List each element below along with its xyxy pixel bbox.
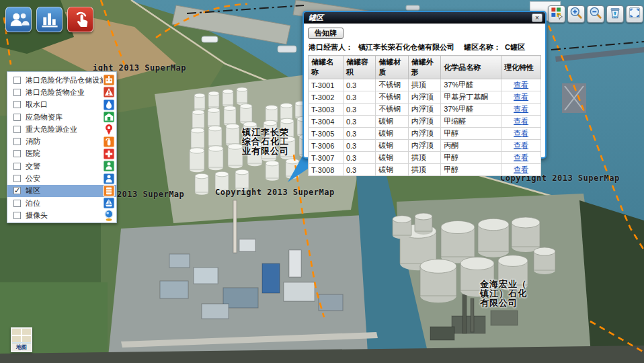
company-label: 金海宏业（ 镇江）石化 有限公司 xyxy=(480,280,527,308)
minimap-street xyxy=(12,342,31,344)
layer-item-berth-boat[interactable]: 泊位 xyxy=(7,197,116,209)
table-cell: 拱顶 xyxy=(408,152,440,164)
personnel-button[interactable] xyxy=(5,7,32,32)
statistics-button[interactable] xyxy=(36,7,63,32)
legend-icon xyxy=(549,5,564,23)
minimap-button[interactable]: 地图 xyxy=(11,327,32,352)
layer-item-traffic-police[interactable]: 交警 xyxy=(7,160,116,172)
bar-chart-icon xyxy=(40,9,60,31)
layer-checkbox[interactable] xyxy=(13,175,21,182)
layer-label: 应急物资库 xyxy=(26,112,103,122)
table-header: 储罐材质 xyxy=(376,56,408,79)
table-cell: 37%甲醛 xyxy=(441,79,501,91)
hospital-cross-icon xyxy=(103,148,115,160)
layer-label: 罐区 xyxy=(26,186,103,196)
zoom-out-button[interactable] xyxy=(587,5,604,23)
layer-item-tank-barrel[interactable]: ✓罐区 xyxy=(7,185,116,197)
layer-panel: 港口危险化学品仓储设施港口危险货物企业取水口应急物资库重大危险源企业消防医院交警… xyxy=(7,71,117,223)
zoom-in-button[interactable] xyxy=(567,5,585,23)
layer-item-fire-extinguisher[interactable]: 消防 xyxy=(7,135,116,147)
table-cell: 查看 xyxy=(501,164,541,176)
hazard-warning-icon xyxy=(103,86,115,98)
table-row: T-30030.3不锈钢内浮顶37%甲醛查看 xyxy=(309,104,541,116)
tank-table: 储罐名称储罐容积储罐材质储罐外形化学品名称理化特性 T-30010.3不锈钢拱顶… xyxy=(308,55,541,176)
layer-label: 摄像头 xyxy=(26,210,103,220)
table-cell: 碳钢 xyxy=(376,128,408,140)
layer-label: 重大危险源企业 xyxy=(26,124,103,134)
table-cell: 查看 xyxy=(501,79,541,91)
users-icon xyxy=(8,9,30,31)
view-details-link[interactable]: 查看 xyxy=(514,93,528,101)
dialog-info-line: 港口经营人：镇江李长荣石化仓储有限公司罐区名称：C罐区 xyxy=(309,42,541,52)
table-cell: 丙酮 xyxy=(441,140,501,152)
view-details-link[interactable]: 查看 xyxy=(514,129,528,137)
layer-checkbox[interactable] xyxy=(13,150,21,157)
layer-item-hospital-cross[interactable]: 医院 xyxy=(7,148,116,160)
operator-label: 港口经营人： xyxy=(309,43,353,51)
table-cell: 查看 xyxy=(501,116,541,128)
layer-checkbox[interactable] xyxy=(13,200,21,207)
table-cell: 内浮顶 xyxy=(408,91,440,104)
table-row: T-30080.3碳钢拱顶甲醇查看 xyxy=(309,164,541,176)
public-security-icon xyxy=(103,173,115,185)
layer-item-water-drop[interactable]: 取水口 xyxy=(7,99,116,111)
view-details-link[interactable]: 查看 xyxy=(514,105,528,113)
table-row: T-30050.3碳钢内浮顶甲醇查看 xyxy=(309,128,541,140)
camera-icon xyxy=(103,209,115,221)
table-cell: 0.3 xyxy=(343,91,375,104)
layer-checkbox[interactable] xyxy=(13,163,21,170)
table-cell: 甲醇 xyxy=(441,164,501,176)
table-cell: 碳钢 xyxy=(376,164,408,176)
touch-mode-button[interactable] xyxy=(67,7,93,32)
clear-button[interactable] xyxy=(606,5,624,23)
table-row: T-30020.3不锈钢内浮顶甲基异丁基酮查看 xyxy=(309,91,541,104)
layer-label: 交警 xyxy=(26,161,103,171)
table-cell: 碳钢 xyxy=(376,152,408,164)
map-pin-icon xyxy=(103,123,115,135)
layer-item-map-pin[interactable]: 重大危险源企业 xyxy=(7,123,116,135)
layer-checkbox[interactable] xyxy=(13,114,21,121)
storage-facility-icon xyxy=(103,74,115,86)
layer-checkbox[interactable] xyxy=(13,212,21,219)
layer-checkbox[interactable] xyxy=(13,89,21,96)
layer-item-warehouse[interactable]: 应急物资库 xyxy=(7,111,116,123)
legend-button[interactable] xyxy=(548,5,565,23)
full-extent-button[interactable] xyxy=(626,5,643,23)
table-row: T-30070.3碳钢拱顶甲醇查看 xyxy=(309,152,541,164)
table-cell: 0.3 xyxy=(343,152,375,164)
view-details-link[interactable]: 查看 xyxy=(514,141,528,149)
table-cell: 不锈钢 xyxy=(376,91,408,104)
table-cell: 拱顶 xyxy=(408,79,440,91)
table-header: 理化特性 xyxy=(501,56,541,79)
close-icon[interactable]: × xyxy=(532,13,542,22)
table-cell: 甲醇 xyxy=(441,128,501,140)
table-cell: 内浮顶 xyxy=(408,128,440,140)
dialog-titlebar[interactable]: 罐区 × xyxy=(304,12,545,24)
layer-checkbox[interactable] xyxy=(13,126,21,133)
layer-item-public-security[interactable]: 公安 xyxy=(7,172,116,184)
table-cell: 甲基异丁基酮 xyxy=(441,91,501,104)
water-drop-icon xyxy=(103,99,115,111)
view-details-link[interactable]: 查看 xyxy=(514,117,528,125)
tank-area-dialog: 罐区 × 告知牌 港口经营人：镇江李长荣石化仓储有限公司罐区名称：C罐区 储罐名… xyxy=(303,11,547,159)
view-details-link[interactable]: 查看 xyxy=(514,81,528,89)
map-canvas[interactable]: ight 2013 SuperMap Copyright 2013 SuperM… xyxy=(0,0,644,363)
layer-checkbox[interactable] xyxy=(13,101,21,108)
notice-board-button[interactable]: 告知牌 xyxy=(308,28,344,39)
layer-checkbox[interactable] xyxy=(13,77,21,84)
layer-checkbox[interactable]: ✓ xyxy=(13,187,21,194)
company-label: 镇江李长荣 综合石化工 业有限公司 xyxy=(242,128,289,156)
table-header: 储罐外形 xyxy=(408,56,440,79)
layer-item-hazard-warning[interactable]: 港口危险货物企业 xyxy=(7,86,116,98)
table-cell: 不锈钢 xyxy=(376,104,408,116)
layer-checkbox[interactable] xyxy=(13,138,21,145)
layer-item-camera[interactable]: 摄像头 xyxy=(7,209,116,221)
layer-item-storage-facility[interactable]: 港口危险化学品仓储设施 xyxy=(7,74,116,86)
table-cell: T-3004 xyxy=(309,116,344,128)
table-cell: T-3001 xyxy=(309,79,344,91)
copyright-watermark: Copyright 2013 SuperMap xyxy=(215,188,335,197)
view-details-link[interactable]: 查看 xyxy=(514,165,528,173)
view-details-link[interactable]: 查看 xyxy=(514,153,528,161)
table-cell: 0.3 xyxy=(343,128,375,140)
table-cell: 查看 xyxy=(501,140,541,152)
